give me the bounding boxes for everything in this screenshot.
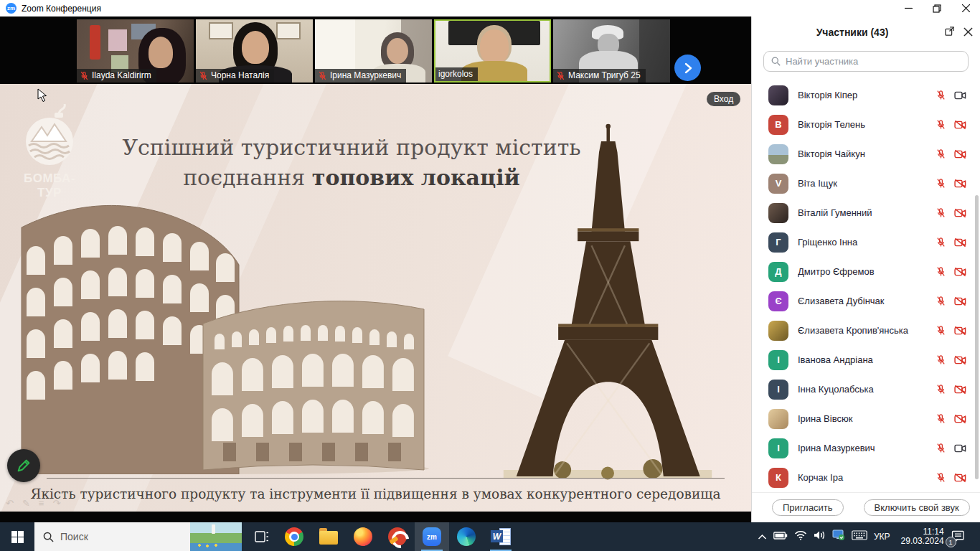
- video-thumbnail[interactable]: Максим Тригуб 25: [553, 19, 670, 83]
- participant-name: Віталій Гуменний: [798, 207, 936, 218]
- task-view-icon: [255, 530, 269, 543]
- participant-row[interactable]: Ірина Вівсюк: [752, 404, 980, 433]
- news-weather-widget[interactable]: [190, 522, 242, 551]
- participant-row[interactable]: І Ірина Мазуркевич: [752, 433, 980, 463]
- close-window-button[interactable]: [951, 0, 980, 17]
- participant-row[interactable]: Є Єлизавета Дубінчак: [752, 286, 980, 316]
- wifi-icon[interactable]: [794, 530, 807, 543]
- language-indicator[interactable]: УКР: [874, 532, 890, 542]
- mic-muted-icon: [936, 443, 946, 453]
- word-icon: W: [491, 528, 511, 545]
- tray-chevron-up-icon[interactable]: [758, 530, 767, 543]
- search-icon: [771, 57, 781, 66]
- video-participant-name: Ilayda Kaldirirm: [92, 70, 151, 80]
- taskbar-edge-button[interactable]: [449, 522, 484, 551]
- participant-avatar: [768, 85, 788, 105]
- mic-muted-icon: [936, 384, 946, 395]
- close-panel-icon[interactable]: [963, 27, 973, 39]
- minimize-button[interactable]: [894, 0, 923, 17]
- entry-button[interactable]: Вход: [707, 92, 740, 106]
- battery-icon[interactable]: [773, 530, 788, 543]
- participant-name: Інна Куцолабська: [798, 384, 936, 395]
- title-bar: zm Zoom Конференция: [0, 0, 980, 17]
- video-thumbnail[interactable]: Ilayda Kaldirirm: [77, 19, 194, 83]
- touch-keyboard-icon[interactable]: [852, 530, 867, 543]
- participant-row[interactable]: Єлизавета Кропив'янська: [752, 316, 980, 345]
- camera-off-icon: [954, 208, 966, 218]
- task-view-button[interactable]: [248, 522, 276, 551]
- presenter-toolbar-faded[interactable]: ↶ ✎ ≡ ↷: [6, 498, 60, 509]
- colosseum-illustration: [11, 186, 434, 474]
- mic-muted-icon: [936, 149, 946, 159]
- participant-avatar: [768, 203, 788, 223]
- taskbar-ccleaner-button[interactable]: [380, 522, 415, 551]
- start-button[interactable]: [0, 522, 34, 551]
- mic-muted-icon: [936, 207, 946, 218]
- video-thumbnail[interactable]: Ірина Мазуркевич: [315, 19, 432, 83]
- camera-off-icon: [954, 149, 966, 159]
- camera-off-icon: [954, 326, 966, 336]
- camera-off-icon: [954, 237, 966, 248]
- participant-row[interactable]: І Іванова Андріана: [752, 345, 980, 375]
- file-explorer-icon: [319, 531, 338, 545]
- speaker-icon[interactable]: [814, 530, 826, 543]
- camera-off-icon: [954, 296, 966, 306]
- ghost-pen-icon[interactable]: ✎: [22, 498, 30, 509]
- ghost-back-icon[interactable]: ↶: [6, 498, 14, 509]
- participant-row[interactable]: Віталій Гуменний: [752, 198, 980, 227]
- taskbar-explorer-button[interactable]: [311, 522, 346, 551]
- restore-button[interactable]: [923, 0, 951, 17]
- participant-row[interactable]: Вікторія Чайкун: [752, 139, 980, 169]
- search-icon: [43, 532, 54, 542]
- invite-button[interactable]: Пригласить: [772, 499, 844, 516]
- participant-name: Дмитро Єфремов: [798, 266, 936, 277]
- participant-row[interactable]: Д Дмитро Єфремов: [752, 257, 980, 286]
- clock[interactable]: 11:14 29.03.2024: [897, 527, 944, 546]
- panel-scrollbar[interactable]: [975, 195, 979, 479]
- participant-row[interactable]: В Вікторія Телень: [752, 110, 980, 139]
- participant-avatar: Є: [768, 291, 788, 311]
- windows-taskbar: Поиск zm W УКР 11:14 29.03.2024: [0, 522, 980, 551]
- mic-muted-icon: [936, 472, 946, 483]
- participant-name: Гріщенко Інна: [798, 237, 936, 248]
- meeting-content-area: Ilayda Kaldirirm Чорна Наталія Ірина Маз…: [0, 17, 751, 522]
- taskbar-search-input[interactable]: Поиск: [34, 522, 190, 551]
- action-center-button[interactable]: 1: [951, 528, 966, 545]
- mouse-cursor: [37, 88, 47, 103]
- taskbar-zoom-button[interactable]: zm: [415, 522, 449, 551]
- next-videos-button[interactable]: [674, 55, 701, 81]
- video-participant-name: igorkolos: [438, 69, 473, 79]
- pop-out-panel-icon[interactable]: [944, 26, 955, 39]
- chrome-icon: [285, 527, 303, 546]
- participant-avatar: І: [768, 380, 788, 400]
- camera-off-icon: [954, 473, 966, 483]
- participant-row[interactable]: Вікторія Кіпер: [752, 80, 980, 110]
- participant-avatar: Д: [768, 262, 788, 282]
- taskbar-chrome-button[interactable]: [277, 522, 311, 551]
- participant-avatar: [768, 409, 788, 429]
- zoom-app-window: zm Zoom Конференция Ilayda Kaldirirm Чор…: [0, 0, 980, 551]
- participant-name: Віта Іщук: [798, 178, 936, 189]
- ghost-forward-icon[interactable]: ↷: [52, 498, 60, 509]
- notification-badge: 1: [946, 537, 956, 547]
- taskbar-word-button[interactable]: W: [484, 522, 518, 551]
- participant-row[interactable]: V Віта Іщук: [752, 169, 980, 198]
- display-settings-icon[interactable]: [832, 529, 845, 544]
- participant-row[interactable]: Г Гріщенко Інна: [752, 227, 980, 257]
- video-thumbnail[interactable]: Чорна Наталія: [196, 19, 313, 83]
- mic-muted-icon: [936, 266, 946, 277]
- participant-list: Вікторія Кіпер В Вікторія Телень Вікторі…: [752, 80, 980, 492]
- participant-row[interactable]: І Інна Куцолабська: [752, 375, 980, 404]
- video-thumbnail-active-speaker[interactable]: igorkolos: [434, 19, 551, 83]
- unmute-self-button[interactable]: Включить свой звук: [864, 499, 970, 516]
- taskbar-firefox-button[interactable]: [346, 522, 380, 551]
- annotation-pencil-button[interactable]: [7, 449, 40, 482]
- participant-avatar: Г: [768, 232, 788, 253]
- mic-muted-icon: [936, 90, 946, 100]
- participant-avatar: В: [768, 115, 788, 135]
- ghost-menu-icon[interactable]: ≡: [39, 498, 44, 509]
- camera-off-icon: [954, 414, 966, 424]
- participant-row[interactable]: К Корчак Іра: [752, 463, 980, 492]
- search-participant-input[interactable]: Найти участника: [763, 51, 969, 72]
- shared-screen-slide: БОМБА-ТУР Успішний туристичний продукт м…: [0, 84, 751, 512]
